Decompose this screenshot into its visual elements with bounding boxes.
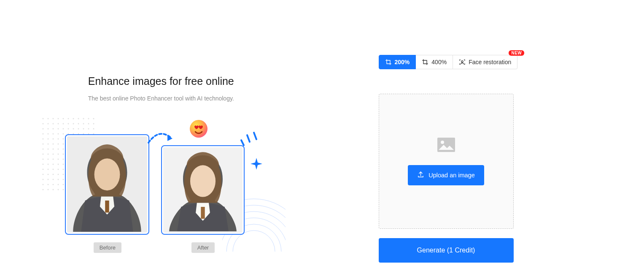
svg-point-99 xyxy=(42,164,43,165)
svg-point-55 xyxy=(42,144,43,145)
svg-point-100 xyxy=(47,164,49,165)
upload-image-button[interactable]: Upload an image xyxy=(408,165,484,185)
svg-point-125 xyxy=(62,174,64,175)
svg-point-5 xyxy=(67,118,69,119)
svg-point-67 xyxy=(47,149,49,150)
new-badge: NEW xyxy=(509,50,524,56)
upload-icon xyxy=(417,171,424,179)
svg-point-113 xyxy=(57,169,59,170)
svg-point-114 xyxy=(62,169,64,170)
svg-point-136 xyxy=(62,179,64,180)
svg-point-77 xyxy=(42,154,43,155)
svg-point-124 xyxy=(57,174,59,175)
svg-point-112 xyxy=(52,169,54,170)
svg-point-4 xyxy=(62,118,64,119)
svg-point-37 xyxy=(62,133,64,135)
svg-point-88 xyxy=(42,159,43,160)
svg-point-14 xyxy=(57,123,59,125)
before-after-comparison: Before After xyxy=(43,117,279,260)
svg-point-11 xyxy=(42,123,43,125)
svg-point-17 xyxy=(73,123,74,125)
svg-point-79 xyxy=(52,154,54,155)
svg-point-24 xyxy=(52,128,54,130)
tab-label: Face restoration xyxy=(469,59,511,65)
tab-label: 200% xyxy=(395,59,410,65)
svg-point-46 xyxy=(52,138,54,140)
svg-point-30 xyxy=(83,128,84,130)
svg-point-182 xyxy=(441,141,444,144)
svg-point-133 xyxy=(47,179,49,180)
svg-point-102 xyxy=(57,164,59,165)
svg-point-147 xyxy=(62,184,64,185)
upload-dropzone[interactable]: Upload an image xyxy=(379,94,514,229)
svg-point-135 xyxy=(57,179,59,180)
svg-point-28 xyxy=(73,128,74,130)
after-label: After xyxy=(191,242,215,253)
svg-point-13 xyxy=(52,123,54,125)
svg-point-158 xyxy=(62,189,64,190)
svg-point-134 xyxy=(52,179,54,180)
svg-rect-176 xyxy=(201,207,205,219)
page-title: Enhance images for free online xyxy=(88,75,234,87)
svg-point-22 xyxy=(42,128,43,130)
right-panel: 200% 400% Face restoration NEW xyxy=(322,55,644,274)
svg-point-0 xyxy=(42,118,43,119)
svg-point-3 xyxy=(57,118,59,119)
svg-point-90 xyxy=(52,159,54,160)
heart-eyes-emoji-icon xyxy=(190,120,207,138)
svg-point-44 xyxy=(42,138,43,140)
sparkle-star-icon xyxy=(251,158,262,171)
svg-point-154 xyxy=(42,189,43,190)
svg-point-56 xyxy=(47,144,49,145)
svg-point-29 xyxy=(78,128,79,130)
svg-point-89 xyxy=(47,159,49,160)
upload-button-label: Upload an image xyxy=(428,172,475,179)
svg-line-178 xyxy=(247,135,250,142)
svg-point-59 xyxy=(62,144,64,145)
svg-point-16 xyxy=(67,123,69,125)
svg-point-25 xyxy=(57,128,59,130)
svg-point-36 xyxy=(57,133,59,135)
crop-icon xyxy=(422,59,428,65)
svg-point-23 xyxy=(47,128,49,130)
svg-point-57 xyxy=(52,144,54,145)
svg-point-9 xyxy=(88,118,89,119)
tab-200-percent[interactable]: 200% xyxy=(379,55,416,69)
svg-point-132 xyxy=(42,179,43,180)
svg-point-7 xyxy=(78,118,79,119)
svg-point-146 xyxy=(57,184,59,185)
svg-point-101 xyxy=(52,164,54,165)
crop-icon xyxy=(385,59,392,65)
svg-point-155 xyxy=(47,189,49,190)
svg-point-70 xyxy=(62,149,64,150)
svg-point-156 xyxy=(52,189,54,190)
image-placeholder-icon xyxy=(437,137,455,154)
svg-point-175 xyxy=(190,165,216,197)
svg-point-103 xyxy=(62,164,64,165)
generate-button[interactable]: Generate (1 Credit) xyxy=(379,238,514,263)
svg-point-47 xyxy=(57,138,59,140)
svg-point-34 xyxy=(47,133,49,135)
tab-face-restoration[interactable]: Face restoration NEW xyxy=(453,55,517,69)
svg-point-19 xyxy=(83,123,84,125)
svg-point-18 xyxy=(78,123,79,125)
svg-point-110 xyxy=(42,169,43,170)
tab-label: 400% xyxy=(431,59,447,65)
svg-point-10 xyxy=(93,118,94,119)
page-subtitle: The best online Photo Enhancer tool with… xyxy=(88,95,234,102)
svg-point-92 xyxy=(62,159,64,160)
svg-point-78 xyxy=(47,154,49,155)
svg-point-32 xyxy=(93,128,94,130)
arrow-icon xyxy=(146,130,176,147)
svg-point-180 xyxy=(461,61,463,62)
face-restore-icon xyxy=(459,59,466,65)
svg-point-69 xyxy=(57,149,59,150)
sparkle-lines-icon xyxy=(240,129,259,150)
scale-tabs: 200% 400% Face restoration NEW xyxy=(379,55,518,69)
svg-point-1 xyxy=(47,118,49,119)
svg-point-15 xyxy=(62,123,64,125)
svg-point-122 xyxy=(47,174,49,175)
svg-point-80 xyxy=(57,154,59,155)
tab-400-percent[interactable]: 400% xyxy=(416,55,453,69)
svg-point-157 xyxy=(57,189,59,190)
